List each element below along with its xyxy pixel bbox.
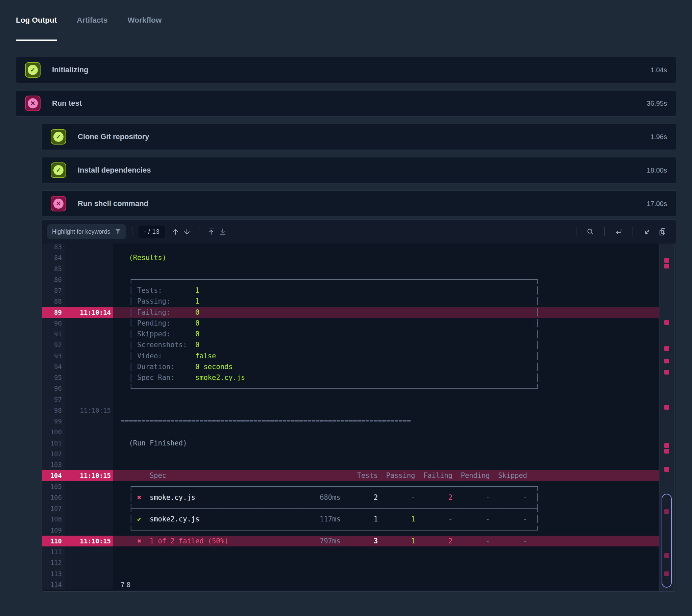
log-line-113: 113: [42, 568, 659, 579]
line-number[interactable]: 99: [42, 416, 65, 426]
line-number[interactable]: 83: [42, 243, 65, 252]
scroll-to-bottom-button[interactable]: [217, 226, 229, 237]
toolbar-right-group: [570, 226, 670, 237]
line-number[interactable]: 92: [42, 339, 65, 350]
line-number[interactable]: 111: [42, 546, 65, 557]
line-number[interactable]: 94: [42, 361, 65, 372]
minimap-marker: [664, 258, 669, 263]
line-content: [113, 243, 659, 252]
line-number[interactable]: 112: [42, 557, 65, 568]
line-timestamp: [65, 361, 113, 372]
line-number[interactable]: 106: [42, 492, 65, 503]
line-content: [113, 394, 659, 405]
highlight-keywords-input[interactable]: Highlight for keywords: [47, 224, 126, 239]
log-line-104: 10411:10:15 Spec Tests Passing Failing P…: [42, 470, 659, 481]
section-run-test[interactable]: ✕Run test36.95s: [16, 90, 676, 116]
line-timestamp: [65, 383, 113, 394]
filter-icon: [115, 229, 121, 235]
toolbar-separator: [132, 227, 132, 236]
line-number[interactable]: 98: [42, 405, 65, 416]
minimap-marker: [664, 320, 669, 325]
arrow-up-icon: [171, 228, 179, 236]
line-content: │ ✔ smoke2.cy.js 117ms 1 1 - - - │: [113, 514, 659, 525]
minimap-marker: [664, 443, 669, 448]
line-number[interactable]: 93: [42, 351, 65, 361]
minimap-marker: [664, 449, 669, 454]
section-label: Clone Git repository: [78, 132, 149, 141]
wrap-text-button[interactable]: [613, 226, 624, 237]
log-line-109: 109 └───────────────────────────────────…: [42, 525, 659, 536]
line-timestamp: [65, 492, 113, 503]
line-number[interactable]: 114: [42, 579, 65, 590]
log-minimap[interactable]: [659, 243, 676, 591]
section-initializing[interactable]: ✓Initializing1.04s: [16, 57, 676, 83]
line-number[interactable]: 87: [42, 285, 65, 296]
line-number[interactable]: 84: [42, 252, 65, 263]
line-number[interactable]: 107: [42, 503, 65, 514]
line-content: 7 8: [113, 579, 659, 590]
line-number[interactable]: 97: [42, 394, 65, 405]
log-line-96: 96 └────────────────────────────────────…: [42, 383, 659, 394]
expand-button[interactable]: [641, 226, 653, 237]
job-steps: ✓Initializing1.04s✕Run test36.95s✓Clone …: [16, 57, 676, 217]
expand-icon: [643, 228, 651, 236]
line-timestamp: [65, 568, 113, 579]
line-content: [113, 426, 659, 437]
minimap-thumb[interactable]: [662, 494, 672, 588]
previous-match-button[interactable]: [170, 226, 181, 237]
line-number[interactable]: 100: [42, 426, 65, 437]
line-timestamp: [65, 243, 113, 252]
line-number[interactable]: 85: [42, 263, 65, 274]
line-content: │ Tests: 1 │: [113, 285, 659, 296]
tab-workflow[interactable]: Workflow: [127, 16, 161, 41]
line-number[interactable]: 102: [42, 448, 65, 459]
log-line-111: 111: [42, 546, 659, 557]
log-line-102: 102: [42, 448, 659, 459]
line-number[interactable]: 105: [42, 481, 65, 492]
line-number[interactable]: 91: [42, 329, 65, 339]
toolbar-separator: [632, 227, 633, 236]
line-number[interactable]: 86: [42, 274, 65, 285]
scroll-to-top-button[interactable]: [206, 226, 217, 237]
line-content: ├───────────────────────────────────────…: [113, 503, 659, 514]
line-number[interactable]: 113: [42, 568, 65, 579]
log-line-87: 87 │ Tests: 1 │: [42, 285, 659, 296]
line-timestamp: [65, 252, 113, 263]
search-button[interactable]: [585, 226, 596, 237]
line-number[interactable]: 95: [42, 372, 65, 383]
line-number[interactable]: 89: [42, 307, 65, 318]
line-content: [113, 546, 659, 557]
section-run-shell-command[interactable]: ✕Run shell command17.00s: [42, 191, 676, 217]
section-duration: 17.00s: [647, 200, 667, 208]
section-label: Install dependencies: [78, 166, 151, 175]
line-content: Spec Tests Passing Failing Pending Skipp…: [113, 470, 659, 481]
tab-log-output[interactable]: Log Output: [16, 16, 57, 41]
copy-button[interactable]: [657, 226, 668, 237]
line-number[interactable]: 104: [42, 470, 65, 481]
line-number[interactable]: 108: [42, 514, 65, 525]
line-timestamp: 11:10:15: [65, 470, 113, 481]
line-number[interactable]: 103: [42, 459, 65, 470]
tab-artifacts[interactable]: Artifacts: [77, 16, 107, 41]
log-output: 8384 (Results)8586 ┌────────────────────…: [42, 243, 676, 592]
log-line-114: 1147 8: [42, 579, 659, 590]
section-duration: 18.00s: [647, 167, 667, 174]
next-match-button[interactable]: [181, 226, 193, 237]
line-content: [113, 557, 659, 568]
line-number[interactable]: 90: [42, 318, 65, 329]
line-timestamp: [65, 394, 113, 405]
log-line-112: 112: [42, 557, 659, 568]
line-number[interactable]: 96: [42, 383, 65, 394]
line-number[interactable]: 101: [42, 438, 65, 448]
line-timestamp: [65, 329, 113, 339]
line-timestamp: [65, 514, 113, 525]
line-content: ✖ 1 of 2 failed (50%) 797ms 3 1 2 - -: [113, 536, 659, 546]
minimap-marker: [664, 405, 669, 410]
line-content: │ Screenshots: 0 │: [113, 339, 659, 350]
section-install-dependencies[interactable]: ✓Install dependencies18.00s: [42, 157, 676, 183]
log-line-90: 90 │ Pending: 0 │: [42, 318, 659, 329]
line-number[interactable]: 88: [42, 296, 65, 307]
section-clone-git-repository[interactable]: ✓Clone Git repository1.96s: [42, 124, 676, 150]
line-number[interactable]: 110: [42, 536, 65, 546]
line-number[interactable]: 109: [42, 525, 65, 536]
